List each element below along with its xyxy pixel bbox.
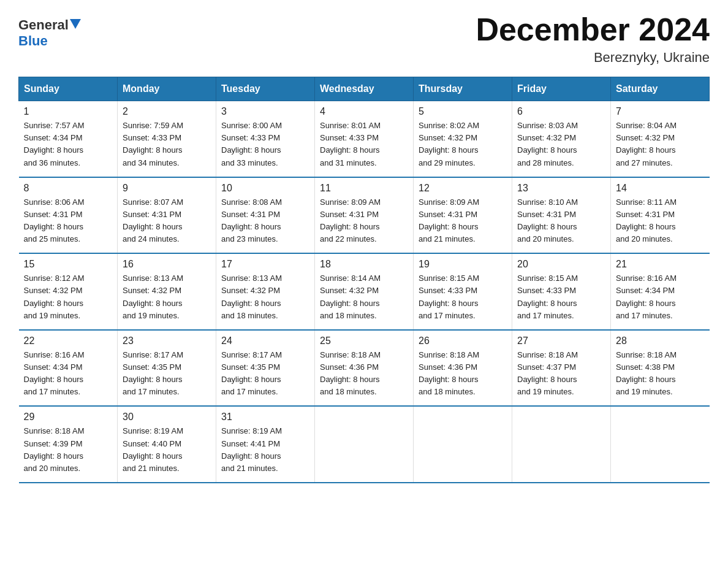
- day-number: 4: [320, 106, 408, 117]
- calendar-cell: 20Sunrise: 8:15 AMSunset: 4:33 PMDayligh…: [512, 253, 611, 330]
- day-number: 29: [24, 412, 113, 423]
- calendar-cell: [315, 406, 414, 483]
- page-title: December 2024: [476, 12, 710, 47]
- day-info: Sunrise: 8:00 AMSunset: 4:33 PMDaylight:…: [221, 120, 309, 169]
- calendar-week-4: 22Sunrise: 8:16 AMSunset: 4:34 PMDayligh…: [19, 330, 710, 407]
- day-number: 2: [123, 106, 211, 117]
- calendar-cell: 28Sunrise: 8:18 AMSunset: 4:38 PMDayligh…: [611, 330, 710, 407]
- day-number: 19: [419, 259, 507, 270]
- calendar-cell: 21Sunrise: 8:16 AMSunset: 4:34 PMDayligh…: [611, 253, 710, 330]
- day-info: Sunrise: 8:06 AMSunset: 4:31 PMDaylight:…: [24, 196, 113, 246]
- logo-triangle-icon: [70, 19, 81, 29]
- day-info: Sunrise: 8:14 AMSunset: 4:32 PMDaylight:…: [320, 272, 408, 322]
- calendar-cell: 25Sunrise: 8:18 AMSunset: 4:36 PMDayligh…: [315, 330, 414, 407]
- logo-general-text: General: [18, 17, 69, 33]
- day-number: 24: [221, 335, 309, 347]
- header-tuesday: Tuesday: [216, 77, 315, 101]
- day-info: Sunrise: 7:57 AMSunset: 4:34 PMDaylight:…: [24, 120, 113, 169]
- header-friday: Friday: [512, 77, 611, 101]
- day-info: Sunrise: 8:18 AMSunset: 4:39 PMDaylight:…: [24, 425, 113, 475]
- day-number: 7: [616, 106, 705, 117]
- day-number: 13: [517, 183, 605, 194]
- header-saturday: Saturday: [611, 77, 710, 101]
- calendar-cell: 15Sunrise: 8:12 AMSunset: 4:32 PMDayligh…: [19, 253, 118, 330]
- calendar-cell: 8Sunrise: 8:06 AMSunset: 4:31 PMDaylight…: [19, 177, 118, 254]
- calendar-cell: 3Sunrise: 8:00 AMSunset: 4:33 PMDaylight…: [216, 101, 315, 177]
- calendar-cell: 6Sunrise: 8:03 AMSunset: 4:32 PMDaylight…: [512, 101, 611, 177]
- day-number: 17: [221, 259, 309, 270]
- calendar-cell: 11Sunrise: 8:09 AMSunset: 4:31 PMDayligh…: [315, 177, 414, 254]
- day-info: Sunrise: 8:03 AMSunset: 4:32 PMDaylight:…: [517, 120, 605, 169]
- calendar-table: SundayMondayTuesdayWednesdayThursdayFrid…: [18, 77, 710, 483]
- logo: General Blue: [18, 17, 81, 49]
- calendar-cell: 24Sunrise: 8:17 AMSunset: 4:35 PMDayligh…: [216, 330, 315, 407]
- calendar-cell: 1Sunrise: 7:57 AMSunset: 4:34 PMDaylight…: [19, 101, 118, 177]
- day-number: 28: [616, 335, 705, 347]
- calendar-cell: 10Sunrise: 8:08 AMSunset: 4:31 PMDayligh…: [216, 177, 315, 254]
- day-info: Sunrise: 8:18 AMSunset: 4:36 PMDaylight:…: [419, 349, 507, 399]
- day-info: Sunrise: 8:19 AMSunset: 4:40 PMDaylight:…: [123, 425, 211, 475]
- day-number: 5: [419, 106, 507, 117]
- day-number: 30: [123, 412, 211, 423]
- calendar-cell: 19Sunrise: 8:15 AMSunset: 4:33 PMDayligh…: [414, 253, 512, 330]
- day-info: Sunrise: 8:16 AMSunset: 4:34 PMDaylight:…: [24, 349, 113, 399]
- day-number: 18: [320, 259, 408, 270]
- day-info: Sunrise: 8:12 AMSunset: 4:32 PMDaylight:…: [24, 272, 113, 322]
- day-info: Sunrise: 8:15 AMSunset: 4:33 PMDaylight:…: [517, 272, 605, 322]
- calendar-week-2: 8Sunrise: 8:06 AMSunset: 4:31 PMDaylight…: [19, 177, 710, 254]
- day-number: 11: [320, 183, 408, 194]
- calendar-cell: 7Sunrise: 8:04 AMSunset: 4:32 PMDaylight…: [611, 101, 710, 177]
- day-number: 16: [123, 259, 211, 270]
- calendar-cell: [611, 406, 710, 483]
- day-number: 20: [517, 259, 605, 270]
- day-info: Sunrise: 8:16 AMSunset: 4:34 PMDaylight:…: [616, 272, 705, 322]
- calendar-cell: 14Sunrise: 8:11 AMSunset: 4:31 PMDayligh…: [611, 177, 710, 254]
- title-block: December 2024 Bereznyky, Ukraine: [476, 12, 710, 66]
- day-info: Sunrise: 8:18 AMSunset: 4:36 PMDaylight:…: [320, 349, 408, 399]
- day-number: 10: [221, 183, 309, 194]
- calendar-cell: 17Sunrise: 8:13 AMSunset: 4:32 PMDayligh…: [216, 253, 315, 330]
- day-info: Sunrise: 8:01 AMSunset: 4:33 PMDaylight:…: [320, 120, 408, 169]
- logo-blue-text: Blue: [18, 33, 48, 49]
- day-number: 15: [24, 259, 113, 270]
- day-info: Sunrise: 8:17 AMSunset: 4:35 PMDaylight:…: [221, 349, 309, 399]
- calendar-cell: 2Sunrise: 7:59 AMSunset: 4:33 PMDaylight…: [118, 101, 216, 177]
- day-info: Sunrise: 8:13 AMSunset: 4:32 PMDaylight:…: [221, 272, 309, 322]
- calendar-cell: 16Sunrise: 8:13 AMSunset: 4:32 PMDayligh…: [118, 253, 216, 330]
- calendar-cell: 23Sunrise: 8:17 AMSunset: 4:35 PMDayligh…: [118, 330, 216, 407]
- day-info: Sunrise: 8:18 AMSunset: 4:38 PMDaylight:…: [616, 349, 705, 399]
- header-wednesday: Wednesday: [315, 77, 414, 101]
- calendar-cell: 30Sunrise: 8:19 AMSunset: 4:40 PMDayligh…: [118, 406, 216, 483]
- day-info: Sunrise: 7:59 AMSunset: 4:33 PMDaylight:…: [123, 120, 211, 169]
- day-number: 1: [24, 106, 113, 117]
- calendar-cell: 22Sunrise: 8:16 AMSunset: 4:34 PMDayligh…: [19, 330, 118, 407]
- day-info: Sunrise: 8:02 AMSunset: 4:32 PMDaylight:…: [419, 120, 507, 169]
- day-number: 12: [419, 183, 507, 194]
- day-info: Sunrise: 8:04 AMSunset: 4:32 PMDaylight:…: [616, 120, 705, 169]
- calendar-cell: 18Sunrise: 8:14 AMSunset: 4:32 PMDayligh…: [315, 253, 414, 330]
- calendar-cell: 27Sunrise: 8:18 AMSunset: 4:37 PMDayligh…: [512, 330, 611, 407]
- day-number: 25: [320, 335, 408, 347]
- calendar-header-row: SundayMondayTuesdayWednesdayThursdayFrid…: [19, 77, 710, 101]
- day-info: Sunrise: 8:07 AMSunset: 4:31 PMDaylight:…: [123, 196, 211, 246]
- day-info: Sunrise: 8:09 AMSunset: 4:31 PMDaylight:…: [320, 196, 408, 246]
- day-info: Sunrise: 8:19 AMSunset: 4:41 PMDaylight:…: [221, 425, 309, 475]
- calendar-cell: 5Sunrise: 8:02 AMSunset: 4:32 PMDaylight…: [414, 101, 512, 177]
- calendar-cell: 9Sunrise: 8:07 AMSunset: 4:31 PMDaylight…: [118, 177, 216, 254]
- calendar-week-5: 29Sunrise: 8:18 AMSunset: 4:39 PMDayligh…: [19, 406, 710, 483]
- day-number: 6: [517, 106, 605, 117]
- day-number: 22: [24, 335, 113, 347]
- calendar-cell: [512, 406, 611, 483]
- day-number: 31: [221, 412, 309, 423]
- page-header: General Blue December 2024 Bereznyky, Uk…: [18, 12, 710, 66]
- day-number: 26: [419, 335, 507, 347]
- calendar-cell: 12Sunrise: 8:09 AMSunset: 4:31 PMDayligh…: [414, 177, 512, 254]
- header-thursday: Thursday: [414, 77, 512, 101]
- page-subtitle: Bereznyky, Ukraine: [476, 50, 710, 66]
- day-info: Sunrise: 8:08 AMSunset: 4:31 PMDaylight:…: [221, 196, 309, 246]
- header-sunday: Sunday: [19, 77, 118, 101]
- day-info: Sunrise: 8:09 AMSunset: 4:31 PMDaylight:…: [419, 196, 507, 246]
- calendar-cell: 4Sunrise: 8:01 AMSunset: 4:33 PMDaylight…: [315, 101, 414, 177]
- day-number: 3: [221, 106, 309, 117]
- day-info: Sunrise: 8:10 AMSunset: 4:31 PMDaylight:…: [517, 196, 605, 246]
